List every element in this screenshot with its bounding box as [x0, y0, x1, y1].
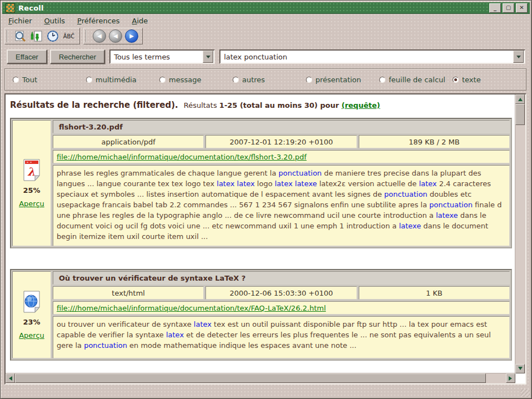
- search-input[interactable]: [220, 53, 513, 61]
- filter-radio-label: présentation: [315, 76, 361, 84]
- svg-text:λ: λ: [27, 165, 35, 178]
- result-title: Où trouver un vérificateur de syntaxe La…: [53, 271, 510, 285]
- app-icon: [6, 3, 15, 13]
- search-button[interactable]: Rechercher: [50, 49, 105, 64]
- category-filter-bar: Toutmultimédiamessageautresprésentationf…: [4, 68, 526, 91]
- vertical-scrollbar[interactable]: [515, 94, 525, 373]
- results-list: Résultats de la recherche (filtered).Rés…: [6, 94, 515, 373]
- search-row: Effacer Rechercher Tous les termes: [7, 49, 525, 64]
- highlighted-term: latex latexe: [275, 179, 317, 188]
- highlighted-term: latexe: [399, 222, 421, 230]
- scroll-down-icon[interactable]: [515, 364, 525, 373]
- resize-grip[interactable]: [521, 389, 530, 397]
- filter-radio-texte[interactable]: texte: [453, 76, 481, 84]
- highlighted-term: ponctuation: [279, 169, 322, 177]
- preview-link[interactable]: Aperçu: [19, 200, 44, 208]
- result-size: 1 KB: [359, 286, 510, 300]
- result-size: 189 KB / 2 MB: [359, 135, 510, 148]
- toolbar-handle[interactable]: [7, 30, 10, 42]
- scrollbar-track: [486, 373, 506, 383]
- clear-button[interactable]: Effacer: [7, 49, 47, 64]
- result-url-link[interactable]: file:///home/michael/informatique/docume…: [57, 304, 326, 312]
- menu-bar: FichierOutilsPréférencesAide: [3, 15, 529, 26]
- menu-item-preferences[interactable]: Préférences: [72, 16, 124, 26]
- highlighted-term: ponctuation: [84, 341, 127, 350]
- filter-radio-message[interactable]: message: [159, 76, 233, 84]
- next-page-icon[interactable]: ▶: [124, 29, 139, 43]
- highlighted-term: latex: [166, 331, 184, 339]
- result-snippet: phrase les regles grammaticales de chaqu…: [53, 165, 510, 246]
- radio-icon[interactable]: [379, 77, 385, 83]
- term-explorer-icon[interactable]: ÂBĈ: [62, 29, 76, 43]
- highlighted-term: ponctuation: [384, 190, 428, 198]
- filter-radio-label: feuille de calcul: [389, 76, 445, 84]
- radio-icon[interactable]: [13, 77, 19, 83]
- menu-item-outils[interactable]: Outils: [39, 16, 71, 26]
- toolbar-group-nav: ◀ ◀ ▶: [83, 28, 143, 44]
- close-button[interactable]: ✕: [516, 3, 528, 13]
- filter-radio-presentation[interactable]: présentation: [306, 76, 379, 84]
- html-file-icon: [22, 291, 41, 313]
- radio-icon[interactable]: [306, 77, 312, 83]
- highlighted-term: latexe: [436, 211, 458, 220]
- radio-icon[interactable]: [453, 77, 459, 83]
- html-file-icon: [22, 291, 41, 313]
- menu-item-fichier[interactable]: Fichier: [3, 16, 37, 26]
- results-title: Résultats de la recherche (filtered).: [10, 100, 178, 110]
- filter-radio-feuille-de-calcul[interactable]: feuille de calcul: [379, 76, 453, 84]
- results-heading: Résultats de la recherche (filtered).Rés…: [10, 100, 515, 110]
- filter-radio-label: message: [169, 76, 201, 84]
- vertical-scrollbar-thumb[interactable]: [515, 104, 525, 125]
- minimize-button[interactable]: _: [489, 3, 501, 13]
- first-page-icon[interactable]: ◀: [92, 29, 107, 43]
- filter-radio-multimedia[interactable]: multimédia: [86, 76, 159, 84]
- menu-item-aide[interactable]: Aide: [127, 16, 153, 26]
- document-history-icon[interactable]: [46, 29, 60, 43]
- horizontal-scrollbar[interactable]: [6, 373, 515, 383]
- results-count: 1-25 (total au moins 30) pour: [219, 101, 342, 109]
- search-query-combo[interactable]: [219, 49, 525, 64]
- result-mimetype: application/pdf: [53, 135, 204, 148]
- chevron-down-icon[interactable]: [513, 51, 524, 63]
- radio-icon[interactable]: [86, 77, 92, 83]
- horizontal-scrollbar-thumb[interactable]: [15, 373, 486, 383]
- pdf-file-icon: λ: [22, 159, 41, 181]
- preview-link[interactable]: Aperçu: [19, 331, 44, 340]
- result-mimetype: text/html: [53, 286, 204, 300]
- sort-parameters-icon[interactable]: [29, 29, 44, 43]
- results-count-prefix: Résultats: [184, 101, 219, 109]
- radio-icon[interactable]: [233, 77, 239, 83]
- previous-page-icon[interactable]: ◀: [108, 29, 123, 43]
- scroll-right-icon[interactable]: [506, 373, 515, 383]
- title-bar[interactable]: Recoll _ ▢ ✕: [2, 2, 530, 14]
- advanced-search-icon[interactable]: [13, 29, 28, 43]
- window-title: Recoll: [18, 4, 44, 12]
- results-panel: Résultats de la recherche (filtered).Rés…: [4, 93, 526, 385]
- query-link[interactable]: (requête): [342, 101, 380, 109]
- filter-radio-tout[interactable]: Tout: [13, 76, 86, 84]
- toolbar: ÂBĈ ◀ ◀ ▶: [4, 28, 143, 44]
- maximize-button[interactable]: ▢: [503, 3, 514, 13]
- highlighted-term: ponctuation: [429, 201, 473, 209]
- filter-radio-label: autres: [242, 76, 265, 84]
- result-title: flshort-3.20.pdf: [53, 120, 510, 133]
- chevron-down-icon[interactable]: [203, 51, 213, 63]
- toolbar-handle[interactable]: [86, 30, 89, 42]
- highlighted-term: latex: [194, 320, 212, 328]
- scroll-up-icon[interactable]: [515, 94, 525, 104]
- result-side-panel: 23% Aperçu: [12, 271, 51, 358]
- search-mode-value: Tous les termes: [111, 53, 203, 61]
- result-url-link[interactable]: file:///home/michael/informatique/docume…: [57, 153, 307, 161]
- result-snippet: ou trouver un verificateur de syntaxe la…: [53, 316, 510, 358]
- filter-radio-label: Tout: [22, 76, 37, 84]
- result-card: 23% Aperçu Où trouver un vérificateur de…: [10, 269, 512, 361]
- filter-radio-autres[interactable]: autres: [233, 76, 306, 84]
- result-date: 2007-12-01 12:19:20 +0100: [205, 135, 357, 148]
- search-mode-select[interactable]: Tous les termes: [109, 49, 215, 64]
- highlighted-term: latex latex: [217, 179, 254, 188]
- result-date: 2000-12-06 15:03:30 +0100: [205, 286, 357, 300]
- result-side-panel: λ 25% Aperçu: [12, 120, 51, 246]
- filter-radio-label: multimédia: [96, 76, 137, 84]
- scroll-left-icon[interactable]: [6, 373, 15, 383]
- radio-icon[interactable]: [159, 77, 165, 83]
